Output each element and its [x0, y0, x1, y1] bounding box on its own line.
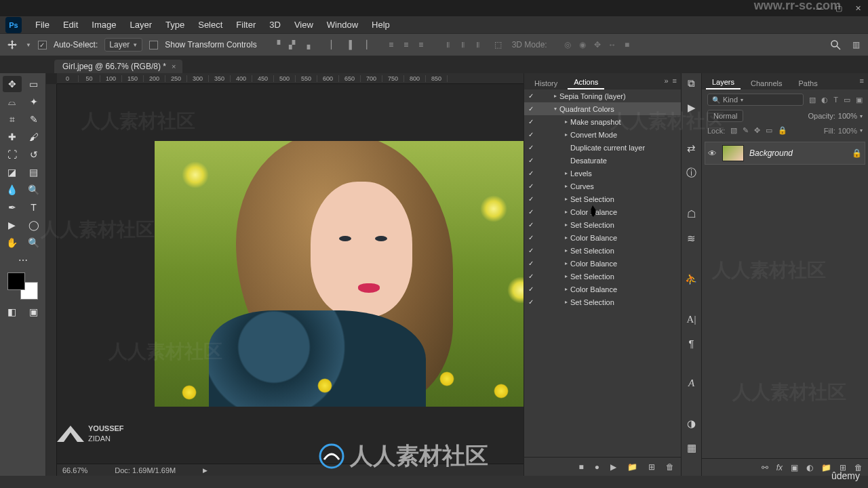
window-maximize-button[interactable]: ▢ [833, 3, 845, 13]
align-bottom-icon[interactable]: ▗ [300, 38, 314, 52]
actions-stop-icon[interactable]: ■ [579, 462, 584, 472]
tool-options-caret[interactable]: ▼ [26, 42, 31, 48]
persona-panel-icon[interactable]: ⛹ [685, 273, 698, 285]
menu-type[interactable]: Type [159, 20, 191, 30]
action-row[interactable]: ✓▸Color Balance [524, 231, 681, 244]
panel-menu-icon[interactable]: ≡ [673, 77, 677, 85]
menu-help[interactable]: Help [365, 20, 397, 30]
foreground-color-swatch[interactable] [7, 272, 25, 290]
menu-window[interactable]: Window [320, 20, 365, 30]
lock-position-icon[interactable]: ✎ [743, 126, 749, 135]
fill-value[interactable]: 100% [838, 127, 857, 135]
action-caret-icon[interactable]: ▸ [562, 286, 570, 292]
filter-shape-icon[interactable]: ▭ [844, 96, 850, 104]
action-check-icon[interactable]: ✓ [524, 221, 538, 228]
action-check-icon[interactable]: ✓ [524, 208, 538, 216]
zoom-level[interactable]: 66.67% [62, 466, 87, 474]
action-caret-icon[interactable]: ▸ [562, 222, 570, 228]
auto-align-icon[interactable]: ⬚ [492, 38, 505, 52]
history-tab[interactable]: History [528, 77, 564, 89]
history-brush-tool[interactable]: ↺ [24, 146, 43, 163]
align-right-icon[interactable]: ▕ [357, 38, 371, 52]
lasso-tool[interactable]: ⌓ [3, 94, 22, 110]
action-check-icon[interactable]: ✓ [524, 285, 538, 293]
properties-panel-icon[interactable]: ⇄ [687, 142, 696, 155]
layer-thumbnail[interactable] [722, 145, 744, 161]
action-row[interactable]: ✓▸Convert Mode [524, 128, 681, 141]
history-panel-icon[interactable]: ⧉ [688, 77, 695, 89]
action-check-icon[interactable]: ✓ [524, 298, 538, 306]
align-hmid-icon[interactable]: ▐ [342, 38, 356, 52]
menu-view[interactable]: View [288, 20, 320, 30]
paths-tab[interactable]: Paths [793, 77, 824, 89]
menu-filter[interactable]: Filter [229, 20, 262, 30]
action-row[interactable]: ✓▸Levels [524, 167, 681, 180]
orbit-3d-icon[interactable]: ◎ [561, 38, 574, 52]
action-check-icon[interactable]: ✓ [524, 105, 538, 113]
action-caret-icon[interactable]: ▸ [551, 93, 559, 99]
ruler-vertical[interactable] [46, 84, 57, 476]
actions-delete-icon[interactable]: 🗑 [666, 462, 674, 472]
play-panel-icon[interactable]: ▶ [688, 102, 696, 114]
character-panel-icon[interactable]: A| [687, 314, 696, 325]
menu-file[interactable]: File [28, 20, 56, 30]
menu-layer[interactable]: Layer [123, 20, 159, 30]
grid-panel-icon[interactable]: ▦ [687, 442, 696, 454]
action-check-icon[interactable]: ✓ [524, 131, 538, 138]
crop-tool[interactable]: ⌗ [3, 111, 22, 127]
adjust-panel-icon[interactable]: ≋ [687, 232, 696, 245]
filter-adjust-icon[interactable]: ◐ [821, 96, 828, 104]
action-row[interactable]: ✓▸Color Balance [524, 257, 681, 270]
action-row[interactable]: ✓▸Set Selection [524, 296, 681, 308]
channels-tab[interactable]: Channels [745, 77, 788, 89]
blur-tool[interactable]: 💧 [3, 182, 22, 198]
lock-nest-icon[interactable]: ▭ [766, 126, 772, 135]
action-check-icon[interactable]: ✓ [524, 118, 538, 125]
blend-mode-dd[interactable]: Normal [707, 110, 743, 122]
action-caret-icon[interactable]: ▸ [562, 209, 570, 215]
align-top-icon[interactable]: ▝ [271, 38, 284, 52]
action-check-icon[interactable]: ✓ [524, 272, 538, 280]
action-caret-icon[interactable]: ▸ [562, 260, 570, 266]
filter-pixel-icon[interactable]: ▧ [809, 96, 816, 104]
menu-edit[interactable]: Edit [56, 20, 85, 30]
layer-row-background[interactable]: 👁 Background 🔒 [705, 142, 865, 165]
align-left-icon[interactable]: ▏ [328, 38, 341, 52]
ruler-horizontal[interactable]: 0501001502002503003504004505005506006507… [57, 73, 524, 84]
actions-play-icon[interactable]: ▶ [610, 462, 616, 472]
eraser-tool[interactable]: ◪ [3, 164, 22, 180]
action-row[interactable]: ✓▸Sepia Toning (layer) [524, 89, 681, 102]
panel-collapse-icon[interactable]: » [664, 77, 668, 85]
align-vmid-icon[interactable]: ▞ [285, 38, 299, 52]
marquee-tool[interactable]: ▭ [24, 76, 43, 92]
layer-filter-kind-dd[interactable]: 🔍 Kind ▾ [707, 94, 804, 106]
stamp-tool[interactable]: ⛶ [3, 146, 22, 163]
search-icon[interactable] [829, 38, 842, 52]
action-caret-icon[interactable]: ▸ [562, 273, 570, 279]
adjustment-layer-icon[interactable]: ◐ [806, 463, 813, 472]
action-check-icon[interactable]: ✓ [524, 260, 538, 267]
action-row[interactable]: ✓▸Set Selection [524, 218, 681, 231]
paragraph-panel-icon[interactable]: ¶ [688, 338, 694, 349]
layer-visibility-icon[interactable]: 👁 [708, 148, 717, 159]
action-check-icon[interactable]: ✓ [524, 169, 538, 177]
dodge-tool[interactable]: 🔍 [24, 182, 43, 198]
auto-select-checkbox[interactable]: ✓ [38, 41, 47, 49]
path-select-tool[interactable]: ▶ [3, 217, 22, 233]
slide-3d-icon[interactable]: ↔ [606, 38, 619, 52]
action-row[interactable]: ✓▸Make snapshot [524, 115, 681, 128]
action-row[interactable]: ✓Duplicate current layer [524, 141, 681, 154]
layer-group-icon[interactable]: 📁 [821, 463, 831, 472]
auto-select-target-dd[interactable]: Layer ▼ [104, 38, 142, 52]
action-row[interactable]: ✓▸Color Balance [524, 205, 681, 218]
action-caret-icon[interactable]: ▸ [562, 247, 570, 253]
brush-tool[interactable]: 🖌 [24, 129, 43, 145]
document-canvas[interactable] [155, 141, 524, 407]
action-check-icon[interactable]: ✓ [524, 144, 538, 151]
window-minimize-button[interactable]: — [814, 3, 826, 13]
pen-tool[interactable]: ✒ [3, 199, 22, 216]
color-swatches[interactable] [7, 272, 38, 300]
lock-image-icon[interactable]: ▧ [730, 126, 737, 135]
action-row[interactable]: ✓▸Set Selection [524, 270, 681, 283]
action-row[interactable]: ✓▾Quadrant Colors [524, 102, 681, 115]
